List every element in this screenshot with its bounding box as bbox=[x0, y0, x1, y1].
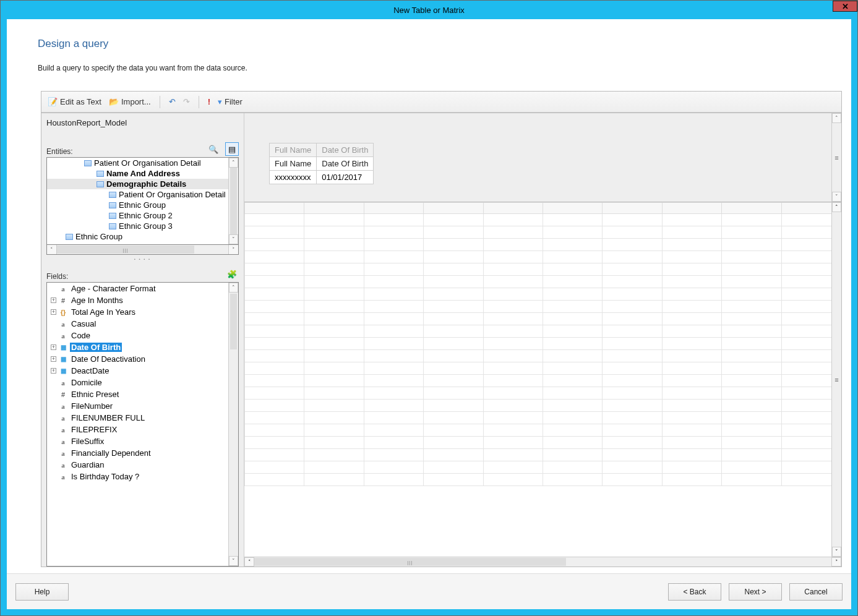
entity-item[interactable]: Name And Address bbox=[47, 168, 228, 179]
field-item[interactable]: +▦Date Of Deactivation bbox=[47, 353, 228, 365]
field-name: Date Of Birth bbox=[70, 343, 122, 352]
field-item[interactable]: +▦Date Of Birth bbox=[47, 341, 228, 353]
splitter[interactable]: • • • • bbox=[41, 257, 244, 261]
entities-hscroll[interactable]: ˂ ||| ˃ bbox=[46, 245, 239, 255]
metadata-panel: HoustonReport_Model Entities: 🔍 ▤ Patien… bbox=[41, 113, 244, 567]
field-name: Code bbox=[70, 331, 92, 340]
scroll-thumb[interactable] bbox=[230, 168, 237, 234]
field-item[interactable]: aFileNumber bbox=[47, 400, 228, 412]
entity-label: Ethnic Group 2 bbox=[119, 211, 173, 220]
field-item[interactable]: +▦DeactDate bbox=[47, 365, 228, 377]
entity-item[interactable]: Ethnic Group 3 bbox=[47, 221, 228, 231]
entity-item[interactable]: Ethnic Group bbox=[47, 231, 228, 242]
entity-icon bbox=[109, 192, 116, 198]
scroll-menu-icon[interactable]: ≡ bbox=[832, 153, 841, 163]
next-button[interactable]: Next > bbox=[729, 583, 782, 601]
add-field-button[interactable]: 🧩 bbox=[225, 267, 239, 281]
field-item[interactable]: aAge - Character Format bbox=[47, 283, 228, 294]
field-item[interactable]: aFILENUMBER FULL bbox=[47, 412, 228, 424]
field-name: Age In Months bbox=[70, 296, 124, 305]
field-type-icon: a bbox=[59, 379, 67, 387]
entity-item[interactable]: Ethnic Group bbox=[47, 200, 228, 210]
expander-icon[interactable]: + bbox=[51, 309, 56, 315]
field-item[interactable]: aCode bbox=[47, 330, 228, 341]
field-type-icon: a bbox=[59, 403, 67, 410]
entity-item[interactable]: Demographic Details bbox=[47, 179, 228, 189]
expander-icon[interactable]: + bbox=[51, 297, 56, 303]
filter-label: Filter bbox=[225, 97, 242, 106]
field-item[interactable]: aIs Birthday Today ? bbox=[47, 471, 228, 482]
scroll-left-icon[interactable]: ˂ bbox=[244, 557, 254, 567]
scroll-menu-icon[interactable]: ≡ bbox=[832, 375, 841, 385]
field-item[interactable]: aFileSuffix bbox=[47, 435, 228, 447]
col-slot-1[interactable]: Date Of Birth bbox=[317, 143, 374, 157]
entity-item[interactable]: Patient Or Organisation Detail bbox=[47, 189, 228, 200]
redo-button[interactable]: ↷ bbox=[181, 96, 192, 108]
scroll-thumb[interactable] bbox=[230, 294, 237, 349]
field-item[interactable]: aFILEPREFIX bbox=[47, 424, 228, 435]
col-slot-0[interactable]: Full Name bbox=[270, 143, 317, 157]
field-item[interactable]: +#Age In Months bbox=[47, 294, 228, 306]
scroll-up-icon[interactable]: ˄ bbox=[229, 158, 238, 168]
field-type-icon: a bbox=[59, 426, 67, 434]
scroll-up-icon[interactable]: ˄ bbox=[832, 113, 841, 123]
fields-list[interactable]: aAge - Character Format+#Age In Months+{… bbox=[46, 282, 239, 567]
entity-icon bbox=[84, 160, 92, 166]
field-item[interactable]: aGuardian bbox=[47, 459, 228, 471]
help-button[interactable]: Help bbox=[15, 583, 69, 601]
entity-item[interactable]: Patient Or Organisation Detail bbox=[47, 158, 228, 168]
scroll-right-icon[interactable]: ˃ bbox=[228, 245, 238, 254]
scroll-down-icon[interactable]: ˅ bbox=[832, 547, 841, 557]
scroll-right-icon[interactable]: ˃ bbox=[831, 557, 841, 567]
field-name: Ethnic Preset bbox=[70, 390, 120, 399]
entity-item[interactable]: Ethnic Group 2 bbox=[47, 210, 228, 221]
window-title: New Table or Matrix bbox=[393, 6, 465, 15]
expander-icon[interactable]: + bbox=[51, 356, 56, 362]
back-button[interactable]: < Back bbox=[668, 583, 721, 601]
fields-header: Fields: 🧩 bbox=[41, 263, 244, 282]
entity-icon bbox=[109, 223, 116, 229]
scroll-up-icon[interactable]: ˄ bbox=[832, 202, 841, 212]
data-cell-0[interactable]: xxxxxxxxx bbox=[270, 171, 317, 184]
entities-header: Entities: 🔍 ▤ bbox=[41, 130, 244, 157]
preview-table[interactable]: Full Name Date Of Birth Full Name Date O… bbox=[269, 143, 374, 184]
zoom-icon-button[interactable]: 🔍 bbox=[207, 142, 220, 156]
field-item[interactable]: +{}Total Age In Years bbox=[47, 306, 228, 318]
header-cell-0[interactable]: Full Name bbox=[270, 157, 317, 171]
filter-button[interactable]: ▾Filter bbox=[215, 96, 245, 108]
scroll-down-icon[interactable]: ˅ bbox=[229, 556, 238, 566]
header-cell-1[interactable]: Date Of Birth bbox=[317, 157, 374, 171]
undo-button[interactable]: ↶ bbox=[166, 96, 178, 108]
scroll-up-icon[interactable]: ˄ bbox=[229, 283, 238, 293]
edit-as-text-button[interactable]: 📝Edit as Text bbox=[45, 96, 104, 108]
field-item[interactable]: aDomicile bbox=[47, 377, 228, 388]
field-item[interactable]: aFinancially Dependent bbox=[47, 447, 228, 459]
entity-icon bbox=[109, 202, 116, 208]
cancel-button[interactable]: Cancel bbox=[789, 583, 843, 601]
field-item[interactable]: aCasual bbox=[47, 318, 228, 330]
field-item[interactable]: #Ethnic Preset bbox=[47, 388, 228, 400]
grid-vscroll[interactable]: ˄ ≡ ˅ bbox=[831, 202, 841, 557]
import-button[interactable]: 📂Import... bbox=[106, 96, 153, 108]
expander-icon[interactable]: + bbox=[51, 368, 56, 374]
scroll-down-icon[interactable]: ˅ bbox=[832, 192, 841, 202]
preview-vscroll[interactable]: ˄ ≡ ˅ bbox=[831, 113, 841, 202]
entity-view-button[interactable]: ▤ bbox=[225, 142, 239, 156]
data-cell-1[interactable]: 01/01/2017 bbox=[317, 171, 374, 184]
entities-tree[interactable]: Patient Or Organisation DetailName And A… bbox=[46, 157, 239, 245]
fields-vscroll[interactable]: ˄ ˅ bbox=[228, 283, 238, 566]
grid-hscroll[interactable]: ˂ ||| ˃ bbox=[244, 557, 841, 567]
field-name: Age - Character Format bbox=[70, 284, 157, 293]
folder-open-icon: 📂 bbox=[109, 97, 119, 106]
run-button[interactable]: ! bbox=[205, 96, 213, 108]
scroll-left-icon[interactable]: ˂ bbox=[47, 245, 57, 254]
results-grid[interactable]: ˄ ≡ ˅ ˂ ||| ˃ bbox=[244, 202, 841, 567]
entity-icon bbox=[97, 171, 104, 177]
close-button[interactable]: ✕ bbox=[833, 1, 857, 12]
scroll-down-icon[interactable]: ˅ bbox=[229, 234, 238, 244]
field-name: Guardian bbox=[70, 460, 105, 469]
expander-icon[interactable]: + bbox=[51, 344, 56, 350]
field-type-icon: a bbox=[59, 473, 67, 481]
field-name: Total Age In Years bbox=[70, 307, 137, 317]
entities-vscroll[interactable]: ˄ ˅ bbox=[228, 158, 238, 244]
